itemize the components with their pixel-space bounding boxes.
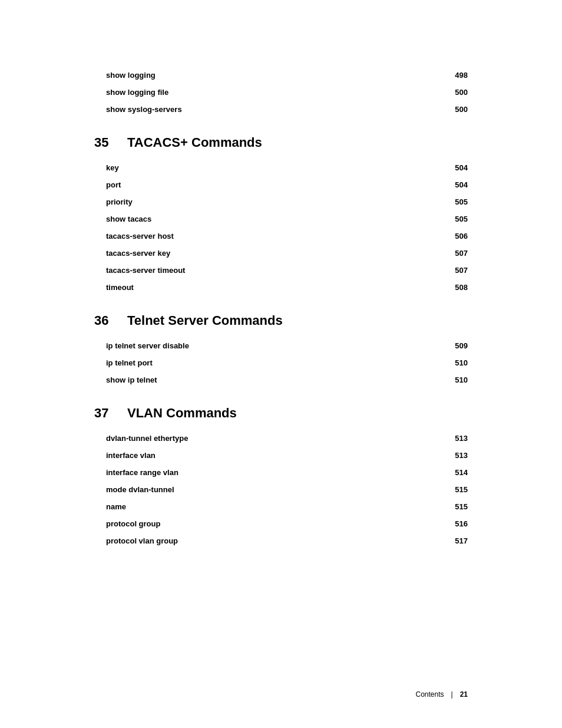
toc-entry-label: name: [106, 502, 444, 511]
section-title: VLAN Commands: [127, 406, 237, 421]
toc-entry-page: 500: [444, 105, 468, 114]
toc-entry-page: 509: [444, 341, 468, 350]
toc-entry: tacacs-server key 507: [106, 249, 468, 258]
toc-entry-page: 513: [444, 451, 468, 460]
toc-entry: ip telnet port 510: [106, 358, 468, 367]
toc-entry: dvlan-tunnel ethertype 513: [106, 434, 468, 443]
toc-entry-label: ip telnet server disable: [106, 341, 444, 350]
toc-entry-label: timeout: [106, 283, 444, 292]
sections-container: 35 TACACS+ Commands key 504 port 504 pri…: [94, 135, 468, 545]
toc-entry-page: 500: [444, 88, 468, 97]
toc-entry-label: show syslog-servers: [106, 105, 444, 114]
toc-entry: show logging 498: [106, 71, 468, 80]
toc-entry-label: show logging: [106, 71, 444, 80]
section-number: 36: [94, 313, 118, 328]
toc-entry: mode dvlan-tunnel 515: [106, 485, 468, 494]
toc-entry: key 504: [106, 163, 468, 172]
entries-group-37: dvlan-tunnel ethertype 513 interface vla…: [106, 434, 468, 545]
entries-group-35: key 504 port 504 priority 505 show tacac…: [106, 163, 468, 292]
toc-entry-page: 504: [444, 180, 468, 189]
toc-entry: show tacacs 505: [106, 215, 468, 223]
toc-entry-page: 506: [444, 232, 468, 241]
section-header-35: 35 TACACS+ Commands: [94, 135, 468, 150]
toc-entry: name 515: [106, 502, 468, 511]
toc-entry-label: key: [106, 163, 444, 172]
toc-entry: show syslog-servers 500: [106, 105, 468, 114]
toc-entry-page: 507: [444, 266, 468, 275]
section-header-36: 36 Telnet Server Commands: [94, 313, 468, 328]
toc-entry-label: port: [106, 180, 444, 189]
footer-page: 21: [460, 690, 468, 699]
toc-entry: show ip telnet 510: [106, 375, 468, 384]
footer-separator: |: [451, 690, 453, 699]
section-header-37: 37 VLAN Commands: [94, 406, 468, 421]
toc-entry: priority 505: [106, 197, 468, 206]
toc-entry-label: tacacs-server host: [106, 232, 444, 241]
footer-label: Contents: [415, 690, 444, 699]
toc-entry-page: 516: [444, 519, 468, 528]
page: show logging 498 show logging file 500 s…: [0, 0, 562, 728]
toc-entry-label: protocol vlan group: [106, 536, 444, 545]
entries-group-36: ip telnet server disable 509 ip telnet p…: [106, 341, 468, 384]
toc-entry-label: ip telnet port: [106, 358, 444, 367]
toc-entry-page: 504: [444, 163, 468, 172]
toc-entry-label: interface range vlan: [106, 468, 444, 477]
toc-entry-label: show logging file: [106, 88, 444, 97]
section-number: 37: [94, 406, 118, 421]
toc-entry: interface range vlan 514: [106, 468, 468, 477]
toc-entry-label: tacacs-server timeout: [106, 266, 444, 275]
toc-entry-label: show tacacs: [106, 215, 444, 223]
toc-entry-page: 517: [444, 536, 468, 545]
section-number: 35: [94, 135, 118, 150]
toc-entry-label: dvlan-tunnel ethertype: [106, 434, 444, 443]
toc-entry-page: 514: [444, 468, 468, 477]
toc-entry: tacacs-server host 506: [106, 232, 468, 241]
toc-entry: port 504: [106, 180, 468, 189]
toc-entry: tacacs-server timeout 507: [106, 266, 468, 275]
section-title: TACACS+ Commands: [127, 135, 262, 150]
toc-entry-label: tacacs-server key: [106, 249, 444, 258]
toc-entry-label: interface vlan: [106, 451, 444, 460]
toc-entry: interface vlan 513: [106, 451, 468, 460]
toc-entry-page: 508: [444, 283, 468, 292]
toc-entry-page: 510: [444, 375, 468, 384]
section-title: Telnet Server Commands: [127, 313, 283, 328]
toc-entry-page: 507: [444, 249, 468, 258]
toc-entry-page: 505: [444, 197, 468, 206]
toc-entry: protocol group 516: [106, 519, 468, 528]
toc-entry-label: protocol group: [106, 519, 444, 528]
toc-entry-label: mode dvlan-tunnel: [106, 485, 444, 494]
toc-entry-page: 510: [444, 358, 468, 367]
toc-entry-page: 513: [444, 434, 468, 443]
toc-entry-label: show ip telnet: [106, 375, 444, 384]
toc-entry-page: 498: [444, 71, 468, 80]
footer: Contents | 21: [415, 690, 468, 699]
toc-entry-page: 515: [444, 502, 468, 511]
top-entries-group: show logging 498 show logging file 500 s…: [106, 71, 468, 114]
toc-entry: ip telnet server disable 509: [106, 341, 468, 350]
toc-entry-page: 505: [444, 215, 468, 223]
toc-entry: protocol vlan group 517: [106, 536, 468, 545]
toc-entry-page: 515: [444, 485, 468, 494]
toc-entry-label: priority: [106, 197, 444, 206]
toc-entry: timeout 508: [106, 283, 468, 292]
toc-entry: show logging file 500: [106, 88, 468, 97]
